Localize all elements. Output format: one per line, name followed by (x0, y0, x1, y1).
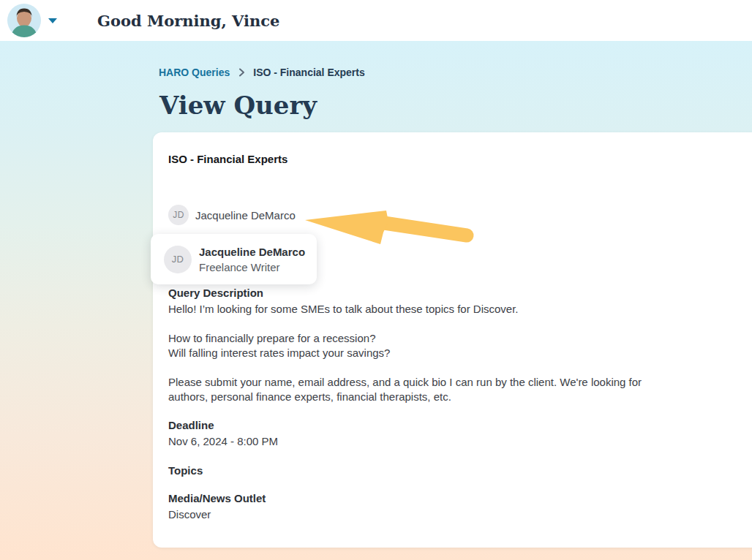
annotation-arrow-icon (300, 205, 483, 249)
author-name: Jacqueline DeMarco (195, 209, 296, 222)
user-avatar (7, 4, 41, 37)
greeting-title: Good Morning, Vince (97, 12, 279, 30)
section-topics: Topics (168, 463, 673, 479)
author-popover: JD Jacqueline DeMarco Freelance Writer (151, 234, 317, 284)
user-menu-button[interactable] (7, 4, 57, 37)
top-header: Good Morning, Vince (0, 0, 752, 41)
popover-avatar: JD (164, 246, 192, 273)
deadline-value: Nov 6, 2024 - 8:00 PM (168, 434, 673, 450)
page-title: View Query (159, 90, 752, 121)
popover-text: Jacqueline DeMarco Freelance Writer (199, 244, 305, 275)
query-card: ISO - Financial Experts JD Jacqueline De… (153, 132, 752, 548)
topics-label: Topics (168, 463, 673, 479)
breadcrumb-link-haro-queries[interactable]: HARO Queries (159, 67, 230, 78)
query-description-value: Hello! I’m looking for some SMEs to talk… (168, 302, 673, 404)
query-card-title: ISO - Financial Experts (168, 152, 730, 167)
breadcrumb-current: ISO - Financial Experts (253, 67, 365, 78)
media-outlet-value: Discover (168, 507, 673, 523)
section-media-outlet: Media/News Outlet Discover (168, 491, 673, 523)
deadline-label: Deadline (168, 417, 673, 434)
page-background: HARO Queries ISO - Financial Experts Vie… (0, 41, 752, 560)
popover-role: Freelance Writer (199, 260, 305, 275)
chevron-down-icon (48, 18, 57, 23)
media-outlet-label: Media/News Outlet (168, 491, 673, 507)
section-deadline: Deadline Nov 6, 2024 - 8:00 PM (168, 417, 673, 450)
chevron-right-icon (237, 68, 246, 77)
query-author-row[interactable]: JD Jacqueline DeMarco (168, 205, 296, 225)
section-query-description: Query Description Hello! I’m looking for… (168, 286, 673, 404)
popover-name: Jacqueline DeMarco (199, 244, 305, 260)
author-avatar: JD (168, 205, 189, 225)
query-description-label: Query Description (168, 286, 673, 300)
breadcrumb: HARO Queries ISO - Financial Experts (159, 67, 752, 78)
